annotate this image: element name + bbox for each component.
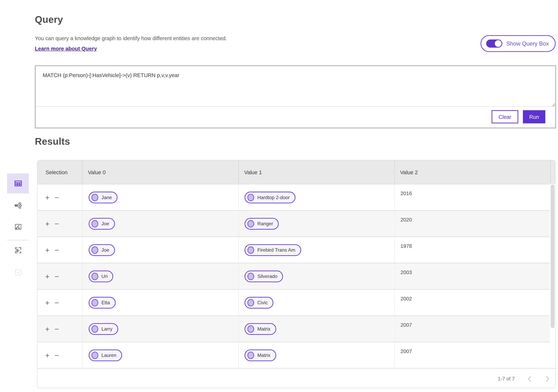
add-to-graph-button[interactable]: + <box>45 351 50 359</box>
node-circle-icon <box>92 194 98 201</box>
table-row: + − Lauren Matrix 2007 <box>37 342 555 368</box>
node-circle-icon <box>92 351 98 359</box>
remove-from-graph-button[interactable]: − <box>54 351 59 359</box>
vehicle-entity-pill[interactable]: Ranger <box>244 218 279 229</box>
value1-cell: Civic <box>239 290 395 315</box>
vehicle-entity-pill[interactable]: Matrix <box>244 323 276 335</box>
value2-cell: 2003 <box>395 264 551 289</box>
vehicle-entity-pill[interactable]: Matrix <box>244 349 276 361</box>
year-value: 2002 <box>401 296 412 301</box>
person-entity-label: Etta <box>101 300 110 305</box>
remove-from-graph-button[interactable]: − <box>54 325 59 333</box>
person-entity-pill[interactable]: Lauren <box>89 349 122 361</box>
node-circle-icon <box>247 194 254 201</box>
person-entity-pill[interactable]: Joe <box>89 244 115 256</box>
remove-from-graph-button[interactable]: − <box>54 220 59 227</box>
value1-cell: Matrix <box>239 342 395 368</box>
selection-box-icon <box>14 268 22 276</box>
column-header-value1: Value 1 <box>239 160 395 184</box>
vehicle-entity-pill[interactable]: Silverado <box>244 270 283 282</box>
person-entity-label: Larry <box>101 326 112 332</box>
graph-selection-icon <box>14 246 22 254</box>
value0-cell: Larry <box>83 316 239 342</box>
person-entity-pill[interactable]: Jane <box>89 192 118 203</box>
vehicle-entity-label: Matrix <box>257 352 270 358</box>
column-header-selection: Selection <box>37 160 83 184</box>
add-to-graph-button[interactable]: + <box>45 325 50 333</box>
year-value: 2020 <box>401 217 412 223</box>
add-to-graph-button[interactable]: + <box>45 246 50 254</box>
person-entity-pill[interactable]: Joe <box>89 218 115 229</box>
vehicle-entity-pill[interactable]: Civic <box>244 297 273 309</box>
sidebar-item-graph-view[interactable] <box>7 195 29 215</box>
vehicle-entity-label: Matrix <box>257 326 270 332</box>
table-row: + − Joe Firebird Trans Am 1978 <box>37 236 555 263</box>
year-value: 1978 <box>401 243 412 249</box>
toggle-switch-icon[interactable] <box>486 39 502 48</box>
column-header-value2: Value 2 <box>395 160 551 184</box>
person-entity-pill[interactable]: Etta <box>89 297 116 309</box>
row-selection-cell: + − <box>37 264 83 289</box>
pagination-range-label: 1-7 of 7 <box>498 376 515 382</box>
person-entity-label: Uri <box>101 274 108 279</box>
table-row: + − Uri Silverado 2003 <box>37 263 555 289</box>
vehicle-entity-label: Ranger <box>257 221 273 226</box>
sidebar-item-table-view[interactable] <box>7 174 29 193</box>
value0-cell: Lauren <box>83 342 239 368</box>
learn-more-link[interactable]: Learn more about Query <box>35 46 97 51</box>
person-entity-label: Joe <box>101 221 109 226</box>
person-entity-pill[interactable]: Larry <box>89 323 118 335</box>
value1-cell: Matrix <box>239 316 395 342</box>
person-entity-pill[interactable]: Uri <box>89 270 113 282</box>
node-circle-icon <box>247 246 254 254</box>
row-selection-cell: + − <box>37 316 83 342</box>
add-to-graph-button[interactable]: + <box>45 299 50 306</box>
node-circle-icon <box>92 220 98 227</box>
table-row: + − Joe Ranger 2020 <box>37 210 555 236</box>
table-row: + − Larry Matrix 2007 <box>37 315 555 342</box>
sidebar-item-graph-selection[interactable] <box>7 240 29 260</box>
year-value: 2016 <box>401 191 412 196</box>
value0-cell: Etta <box>83 290 239 315</box>
show-query-box-toggle[interactable]: Show Query Box <box>480 35 556 52</box>
remove-from-graph-button[interactable]: − <box>54 299 59 306</box>
person-entity-label: Jane <box>101 195 112 200</box>
query-input[interactable]: MATCH (p:Person)-[:HasVehicle]->(v) RETU… <box>35 66 555 107</box>
table-scrollbar[interactable] <box>550 184 555 368</box>
previous-page-button[interactable] <box>526 374 535 383</box>
results-table: Selection Value 0 Value 1 Value 2 + − Ja… <box>37 160 556 388</box>
sidebar-item-route-view[interactable] <box>7 217 29 237</box>
sidebar-item-selection-box-disabled <box>7 262 29 282</box>
value2-cell: 2007 <box>395 316 551 342</box>
add-to-graph-button[interactable]: + <box>45 273 50 280</box>
clear-button[interactable]: Clear <box>492 110 518 123</box>
value0-cell: Joe <box>83 211 239 236</box>
run-button[interactable]: Run <box>523 110 545 123</box>
vehicle-entity-pill[interactable]: Firebird Trans Am <box>244 244 301 256</box>
next-page-button[interactable] <box>542 374 551 383</box>
toggle-label: Show Query Box <box>506 40 549 47</box>
vehicle-entity-pill[interactable]: Hardtop 2-door <box>244 192 296 203</box>
add-to-graph-button[interactable]: + <box>45 220 50 227</box>
value1-cell: Firebird Trans Am <box>239 237 395 263</box>
table-row: + − Etta Civic 2002 <box>37 289 555 315</box>
value2-cell: 2002 <box>395 290 551 315</box>
node-circle-icon <box>247 351 254 359</box>
add-to-graph-button[interactable]: + <box>45 194 50 201</box>
remove-from-graph-button[interactable]: − <box>54 246 59 254</box>
row-selection-cell: + − <box>37 211 83 236</box>
remove-from-graph-button[interactable]: − <box>54 194 59 201</box>
value2-cell: 2007 <box>395 342 551 368</box>
value0-cell: Uri <box>83 264 239 289</box>
value2-cell: 1978 <box>395 237 551 263</box>
scrollbar-thumb[interactable] <box>551 184 554 328</box>
vehicle-entity-label: Firebird Trans Am <box>257 247 295 253</box>
remove-from-graph-button[interactable]: − <box>54 273 59 280</box>
results-section-title: Results <box>35 136 70 147</box>
table-body: + − Jane Hardtop 2-door 2016 + − <box>37 184 555 368</box>
value1-cell: Ranger <box>239 211 395 236</box>
node-circle-icon <box>247 273 254 280</box>
year-value: 2007 <box>401 349 412 354</box>
value0-cell: Jane <box>83 184 239 210</box>
vehicle-entity-label: Silverado <box>257 274 277 279</box>
